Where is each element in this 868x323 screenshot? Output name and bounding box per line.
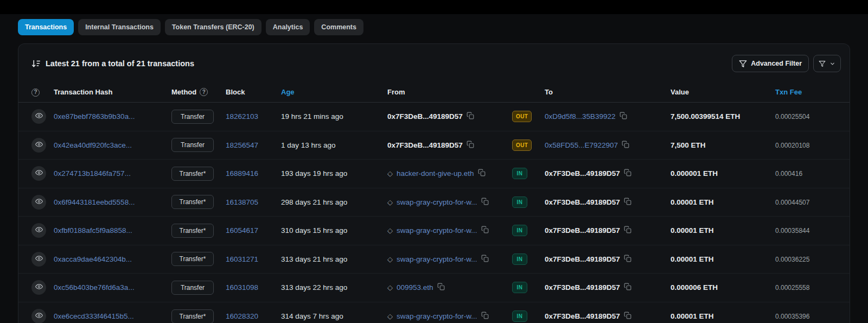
eye-cell <box>31 309 54 323</box>
from-address[interactable]: 009953.eth <box>397 283 433 292</box>
age-text[interactable]: 313 days 21 hrs ago <box>281 255 347 263</box>
direction-badge: IN <box>512 197 527 208</box>
age-cell: 1 day 13 hrs ago <box>281 141 387 149</box>
age-text[interactable]: 19 hrs 21 mins ago <box>281 112 343 121</box>
tab-token-transfers[interactable]: Token Transfers (ERC-20) <box>165 19 261 35</box>
age-text[interactable]: 298 days 21 hrs ago <box>281 198 347 206</box>
hash-cell: 0xacca9dae4642304b... <box>54 255 171 263</box>
copy-to-address-button[interactable] <box>624 283 631 292</box>
eye-button[interactable] <box>31 195 46 210</box>
method-badge[interactable]: Transfer* <box>171 167 214 181</box>
block-link[interactable]: 16031098 <box>226 283 258 292</box>
block-link[interactable]: 16138705 <box>226 198 258 206</box>
eye-button[interactable] <box>31 223 46 238</box>
from-address[interactable]: hacker-dont-give-up.eth <box>397 169 474 178</box>
age-text[interactable]: 313 days 22 hrs ago <box>281 283 347 292</box>
tx-hash-link[interactable]: 0xacca9dae4642304b... <box>54 255 132 263</box>
to-address[interactable]: 0x7F3DeB...49189D57 <box>545 226 620 235</box>
copy-from-address-button[interactable] <box>481 198 489 207</box>
block-link[interactable]: 16889416 <box>226 169 258 178</box>
age-text[interactable]: 1 day 13 hrs ago <box>281 141 336 149</box>
to-address[interactable]: 0x7F3DeB...49189D57 <box>545 255 620 263</box>
method-badge[interactable]: Transfer* <box>171 252 214 266</box>
copy-to-address-button[interactable] <box>620 112 627 121</box>
header-txn-fee[interactable]: Txn Fee <box>775 88 837 96</box>
method-badge[interactable]: Transfer <box>171 110 214 124</box>
from-address[interactable]: 0x7F3DeB...49189D57 <box>387 112 463 121</box>
to-address[interactable]: 0xD9d5f8...35B39922 <box>545 112 616 121</box>
method-badge[interactable]: Transfer* <box>171 224 214 238</box>
age-text[interactable]: 314 days 7 hrs ago <box>281 312 343 320</box>
block-link[interactable]: 18262103 <box>226 112 258 121</box>
advanced-filter-button[interactable]: Advanced Filter <box>732 55 809 72</box>
table-row: 0xe6cecd333f46415b5... Transfer* 1602832… <box>18 302 850 323</box>
transactions-summary: Latest 21 from a total of 21 transaction… <box>31 59 194 68</box>
copy-from-address-button[interactable] <box>467 112 474 121</box>
block-link[interactable]: 16031271 <box>226 255 258 263</box>
tab-comments[interactable]: Comments <box>314 19 363 35</box>
to-address[interactable]: 0x7F3DeB...49189D57 <box>545 169 620 178</box>
block-link[interactable]: 16028320 <box>226 312 258 320</box>
copy-to-address-button[interactable] <box>624 169 631 178</box>
copy-from-address-button[interactable] <box>481 312 489 321</box>
to-address[interactable]: 0x58FD55...E7922907 <box>545 141 618 149</box>
tab-transactions[interactable]: Transactions <box>18 19 74 35</box>
copy-icon <box>467 112 474 121</box>
eye-button[interactable] <box>31 280 46 295</box>
eye-button[interactable] <box>31 252 46 267</box>
age-cell: 313 days 22 hrs ago <box>281 283 387 292</box>
tab-internal-transactions[interactable]: Internal Transactions <box>78 19 161 35</box>
method-cell: Transfer* <box>171 195 226 209</box>
tx-hash-link[interactable]: 0xc56b403be76fd6a3a... <box>54 283 135 292</box>
copy-from-address-button[interactable] <box>481 255 489 264</box>
eye-button[interactable] <box>31 138 46 153</box>
question-circle-icon[interactable]: ? <box>200 88 208 96</box>
ens-diamond-icon: ◇ <box>387 198 393 206</box>
hash-cell: 0xc56b403be76fd6a3a... <box>54 283 171 292</box>
age-text[interactable]: 310 days 15 hrs ago <box>281 226 347 235</box>
age-text[interactable]: 193 days 19 hrs ago <box>281 169 347 178</box>
copy-to-address-button[interactable] <box>624 226 631 235</box>
from-address[interactable]: swap-gray-crypto-for-w... <box>397 198 477 206</box>
question-circle-icon[interactable]: ? <box>31 88 40 97</box>
tx-hash-link[interactable]: 0x274713b1846fa757... <box>54 169 131 178</box>
copy-from-address-button[interactable] <box>467 141 474 150</box>
copy-from-address-button[interactable] <box>478 169 486 178</box>
eye-button[interactable] <box>31 109 46 124</box>
tab-analytics[interactable]: Analytics <box>266 19 310 35</box>
eye-button[interactable] <box>31 166 46 181</box>
to-address[interactable]: 0x7F3DeB...49189D57 <box>545 283 620 292</box>
from-address[interactable]: swap-gray-crypto-for-w... <box>397 226 477 235</box>
copy-to-address-button[interactable] <box>622 141 629 150</box>
tx-hash-link[interactable]: 0x6f9443181eebd5558... <box>54 198 135 206</box>
from-address[interactable]: swap-gray-crypto-for-w... <box>397 255 477 263</box>
copy-to-address-button[interactable] <box>624 255 631 264</box>
copy-to-address-button[interactable] <box>624 198 631 207</box>
from-address[interactable]: swap-gray-crypto-for-w... <box>397 312 477 320</box>
method-badge[interactable]: Transfer* <box>171 195 214 209</box>
method-badge[interactable]: Transfer <box>171 138 214 152</box>
to-address[interactable]: 0x7F3DeB...49189D57 <box>545 198 620 206</box>
direction-cell: OUT <box>512 140 545 151</box>
summary-text: Latest 21 from a total of 21 transaction… <box>46 59 194 68</box>
tx-hash-link[interactable]: 0xe6cecd333f46415b5... <box>54 312 134 320</box>
from-address[interactable]: 0x7F3DeB...49189D57 <box>387 141 463 149</box>
to-address[interactable]: 0x7F3DeB...49189D57 <box>545 312 620 320</box>
copy-to-address-button[interactable] <box>624 312 631 321</box>
header-method-label: Method <box>171 88 196 96</box>
copy-from-address-button[interactable] <box>481 226 489 235</box>
value-cell: 7,500.00399514 ETH <box>671 112 775 121</box>
method-badge[interactable]: Transfer <box>171 281 214 295</box>
ens-diamond-icon: ◇ <box>387 312 393 320</box>
eye-button[interactable] <box>31 309 46 323</box>
tx-hash-link[interactable]: 0x42ea40df920fc3ace... <box>54 141 132 149</box>
block-link[interactable]: 18256547 <box>226 141 258 149</box>
header-method: Method ? <box>171 88 226 96</box>
tx-hash-link[interactable]: 0xe87bebf7863b9b30a... <box>54 112 135 121</box>
copy-from-address-button[interactable] <box>437 283 445 292</box>
filter-dropdown-button[interactable] <box>813 55 841 72</box>
block-link[interactable]: 16054617 <box>226 226 258 235</box>
method-badge[interactable]: Transfer* <box>171 309 214 323</box>
tx-hash-link[interactable]: 0xfbf0188afc5f9a8858... <box>54 226 132 235</box>
header-age[interactable]: Age <box>281 88 387 96</box>
